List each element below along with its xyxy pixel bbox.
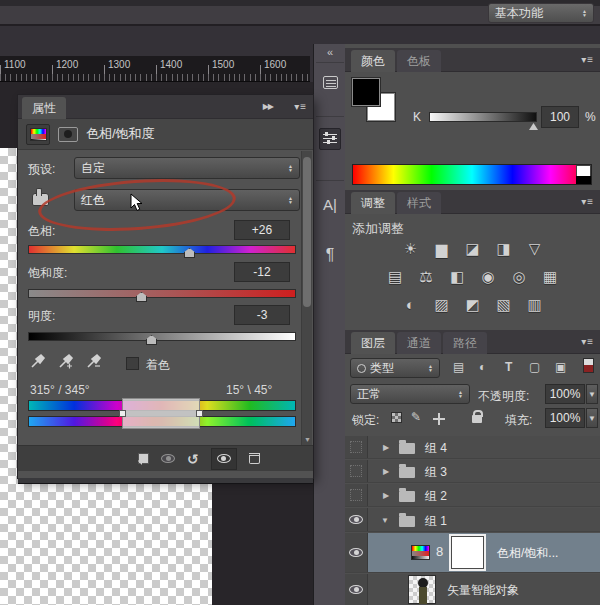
- collapse-panels-icon[interactable]: «: [315, 46, 345, 58]
- curves-icon[interactable]: ◪: [462, 240, 484, 258]
- layer-row-vector-smart-object[interactable]: 矢量智能对象: [345, 574, 600, 605]
- delete-icon[interactable]: [249, 453, 260, 464]
- tab-adjustments[interactable]: 调整: [351, 192, 395, 214]
- threshold-icon[interactable]: ◩: [462, 296, 484, 314]
- layer-row-group3[interactable]: ▶ 组 3: [345, 460, 600, 483]
- properties-panel-icon[interactable]: [315, 128, 345, 153]
- gradient-map-icon[interactable]: ▥: [524, 296, 546, 314]
- tab-swatches[interactable]: 色板: [397, 50, 441, 72]
- black-white-icon[interactable]: ◧: [446, 268, 468, 286]
- hue-slider[interactable]: [28, 245, 296, 254]
- color-lookup-icon[interactable]: ▦: [539, 268, 561, 286]
- filter-image-icon[interactable]: ▤: [453, 360, 464, 374]
- opacity-dropdown-icon[interactable]: ▼: [586, 384, 598, 404]
- fill-value-field[interactable]: 100%: [545, 408, 585, 428]
- history-panel-icon[interactable]: [315, 76, 345, 92]
- eyedropper-icon[interactable]: [30, 353, 46, 372]
- panel-menu-icon[interactable]: ▾≡: [581, 336, 594, 347]
- group-expanded-icon[interactable]: ▼: [381, 516, 389, 525]
- vibrance-icon[interactable]: ▽: [524, 240, 546, 258]
- filter-smart-object-icon[interactable]: ▣: [555, 360, 566, 374]
- group-collapsed-icon[interactable]: ▶: [383, 443, 389, 452]
- filter-toggle-icon[interactable]: [583, 358, 594, 373]
- layer-filter-kind-dropdown[interactable]: 类型 ▲▼: [350, 358, 440, 378]
- layer-thumbnail[interactable]: [408, 575, 436, 604]
- visibility-toggle[interactable]: [345, 484, 368, 506]
- fill-dropdown-icon[interactable]: ▼: [586, 408, 598, 428]
- layer-name[interactable]: 色相/饱和...: [497, 545, 558, 562]
- toggle-previous-state-icon[interactable]: [161, 452, 175, 466]
- eyedropper-subtract-icon[interactable]: [86, 353, 102, 372]
- scrollbar-thumb[interactable]: [303, 157, 311, 307]
- workspace-switcher[interactable]: 基本功能 ▲▼: [488, 3, 594, 23]
- lock-all-icon[interactable]: [472, 415, 482, 423]
- layer-name[interactable]: 组 4: [425, 440, 447, 457]
- lightness-value-field[interactable]: -3: [234, 305, 290, 325]
- group-collapsed-icon[interactable]: ▶: [383, 491, 389, 500]
- properties-scrollbar[interactable]: ▼: [301, 151, 312, 445]
- k-value-field[interactable]: 100: [541, 106, 579, 128]
- layer-row-group4[interactable]: ▶ 组 4: [345, 436, 600, 459]
- panel-menu-icon[interactable]: ▾≡: [294, 101, 307, 112]
- layer-row-group2[interactable]: ▶ 组 2: [345, 484, 600, 507]
- black-swatch[interactable]: [576, 176, 591, 184]
- mask-properties-icon[interactable]: [58, 127, 78, 142]
- filter-type-icon[interactable]: T: [505, 360, 512, 374]
- visibility-toggle[interactable]: [345, 574, 368, 605]
- layer-row-group1[interactable]: ▼ 组 1: [345, 508, 600, 532]
- clip-to-layer-icon[interactable]: [138, 453, 149, 464]
- visibility-toggle[interactable]: [345, 436, 368, 458]
- posterize-icon[interactable]: ▨: [431, 296, 453, 314]
- hue-range-selection[interactable]: [122, 398, 200, 429]
- layer-name[interactable]: 矢量智能对象: [447, 582, 519, 599]
- lock-position-icon[interactable]: [433, 413, 445, 425]
- blend-mode-dropdown[interactable]: 正常 ▲▼: [350, 384, 470, 404]
- levels-icon[interactable]: ▆: [431, 240, 453, 258]
- visibility-button[interactable]: [211, 448, 237, 470]
- lock-paint-icon[interactable]: ✎: [411, 410, 421, 424]
- layer-name[interactable]: 组 3: [425, 464, 447, 481]
- group-collapsed-icon[interactable]: ▶: [383, 467, 389, 476]
- filter-adjustment-icon[interactable]: ◐: [479, 360, 486, 374]
- layer-row-hue-saturation-selected[interactable]: 8 色相/饱和...: [345, 533, 600, 573]
- mask-link-icon[interactable]: 8: [436, 544, 443, 559]
- selective-color-icon[interactable]: ▧: [493, 296, 515, 314]
- filter-shape-icon[interactable]: ▢: [529, 360, 540, 374]
- visibility-toggle[interactable]: [345, 508, 368, 531]
- lock-transparency-icon[interactable]: [391, 412, 402, 423]
- tab-channels[interactable]: 通道: [397, 332, 441, 354]
- character-panel-icon[interactable]: A|: [315, 196, 345, 213]
- tab-color[interactable]: 颜色: [351, 50, 395, 72]
- hue-saturation-adjustment-icon[interactable]: [411, 545, 430, 560]
- properties-panel-bottom-edge[interactable]: [18, 478, 313, 484]
- exposure-icon[interactable]: ◨: [493, 240, 515, 258]
- saturation-value-field[interactable]: -12: [234, 262, 290, 282]
- lightness-slider[interactable]: [28, 332, 296, 341]
- panel-menu-icon[interactable]: ▾≡: [581, 54, 594, 65]
- preset-dropdown[interactable]: 自定 ▲▼: [74, 157, 300, 179]
- tab-properties[interactable]: 属性: [22, 97, 66, 119]
- panel-menu-icon[interactable]: ▾≡: [581, 196, 594, 207]
- saturation-slider[interactable]: [28, 289, 296, 298]
- color-spectrum-ramp[interactable]: [352, 164, 592, 185]
- layer-name[interactable]: 组 1: [425, 513, 447, 530]
- range-handle-left[interactable]: [119, 410, 126, 417]
- reset-icon[interactable]: ↺: [187, 451, 199, 467]
- k-slider[interactable]: [429, 112, 537, 122]
- scroll-down-icon[interactable]: ▼: [304, 436, 311, 443]
- visibility-toggle[interactable]: [345, 460, 368, 482]
- paragraph-panel-icon[interactable]: ¶: [315, 246, 345, 264]
- layer-mask-thumbnail[interactable]: [451, 536, 484, 569]
- tab-styles[interactable]: 样式: [397, 192, 441, 214]
- layer-name[interactable]: 组 2: [425, 488, 447, 505]
- eyedropper-add-icon[interactable]: [58, 353, 74, 372]
- hue-value-field[interactable]: +26: [234, 220, 290, 240]
- range-handle-right[interactable]: [196, 410, 203, 417]
- expand-panel-icon[interactable]: ▶▶: [263, 102, 273, 111]
- color-balance-icon[interactable]: ⚖: [415, 268, 437, 286]
- k-slider-thumb[interactable]: [529, 123, 538, 130]
- brightness-contrast-icon[interactable]: ☀: [400, 240, 422, 258]
- photo-filter-icon[interactable]: ◉: [477, 268, 499, 286]
- hue-saturation-icon[interactable]: ▤: [384, 268, 406, 286]
- channel-mixer-icon[interactable]: ◎: [508, 268, 530, 286]
